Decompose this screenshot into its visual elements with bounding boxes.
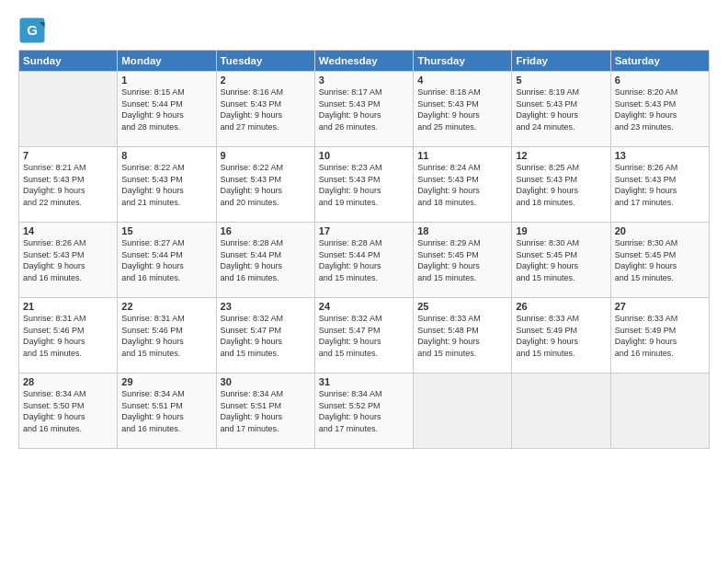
calendar-cell: 11Sunrise: 8:24 AMSunset: 5:43 PMDayligh…	[414, 147, 512, 223]
day-number: 5	[516, 75, 606, 86]
calendar-page: G SundayMondayTuesdayWednesdayThursdayFr…	[0, 0, 728, 563]
day-number: 28	[23, 376, 113, 387]
day-number: 15	[121, 225, 211, 236]
day-number: 27	[615, 301, 705, 312]
sun-info: Sunrise: 8:34 AMSunset: 5:51 PMDaylight:…	[121, 388, 211, 434]
calendar-cell: 6Sunrise: 8:20 AMSunset: 5:43 PMDaylight…	[610, 72, 709, 147]
header-cell-friday: Friday	[512, 51, 610, 72]
week-row-1: 7Sunrise: 8:21 AMSunset: 5:43 PMDaylight…	[19, 147, 710, 223]
day-number: 7	[23, 150, 113, 161]
sun-info: Sunrise: 8:15 AMSunset: 5:44 PMDaylight:…	[121, 86, 211, 132]
calendar-cell: 2Sunrise: 8:16 AMSunset: 5:43 PMDaylight…	[216, 72, 314, 147]
day-number: 23	[221, 301, 311, 312]
sun-info: Sunrise: 8:18 AMSunset: 5:43 PMDaylight:…	[417, 86, 507, 132]
sun-info: Sunrise: 8:32 AMSunset: 5:47 PMDaylight:…	[221, 313, 311, 359]
day-number: 11	[417, 150, 507, 161]
sun-info: Sunrise: 8:24 AMSunset: 5:43 PMDaylight:…	[417, 162, 507, 208]
sun-info: Sunrise: 8:16 AMSunset: 5:43 PMDaylight:…	[221, 86, 311, 132]
day-number: 14	[23, 225, 113, 236]
day-number: 21	[23, 301, 113, 312]
calendar-cell: 31Sunrise: 8:34 AMSunset: 5:52 PMDayligh…	[314, 373, 413, 449]
calendar-cell: 27Sunrise: 8:33 AMSunset: 5:49 PMDayligh…	[610, 298, 709, 373]
calendar-cell: 1Sunrise: 8:15 AMSunset: 5:44 PMDaylight…	[118, 72, 216, 147]
header-cell-wednesday: Wednesday	[314, 51, 413, 72]
calendar-cell: 30Sunrise: 8:34 AMSunset: 5:51 PMDayligh…	[216, 373, 314, 449]
sun-info: Sunrise: 8:22 AMSunset: 5:43 PMDaylight:…	[221, 162, 311, 208]
day-number: 30	[221, 376, 311, 387]
sun-info: Sunrise: 8:26 AMSunset: 5:43 PMDaylight:…	[23, 237, 113, 283]
sun-info: Sunrise: 8:30 AMSunset: 5:45 PMDaylight:…	[516, 237, 606, 283]
header-cell-saturday: Saturday	[610, 51, 709, 72]
day-number: 1	[121, 75, 211, 86]
calendar-cell: 9Sunrise: 8:22 AMSunset: 5:43 PMDaylight…	[216, 147, 314, 223]
sun-info: Sunrise: 8:31 AMSunset: 5:46 PMDaylight:…	[23, 313, 113, 359]
day-number: 2	[221, 75, 311, 86]
day-number: 9	[221, 150, 311, 161]
calendar-cell: 7Sunrise: 8:21 AMSunset: 5:43 PMDaylight…	[19, 147, 118, 223]
sun-info: Sunrise: 8:26 AMSunset: 5:43 PMDaylight:…	[615, 162, 705, 208]
header-cell-monday: Monday	[118, 51, 216, 72]
day-number: 29	[121, 376, 211, 387]
calendar-cell: 29Sunrise: 8:34 AMSunset: 5:51 PMDayligh…	[118, 373, 216, 449]
sun-info: Sunrise: 8:25 AMSunset: 5:43 PMDaylight:…	[516, 162, 606, 208]
calendar-cell: 5Sunrise: 8:19 AMSunset: 5:43 PMDaylight…	[512, 72, 610, 147]
header-cell-tuesday: Tuesday	[216, 51, 314, 72]
day-number: 4	[417, 75, 507, 86]
day-number: 10	[319, 150, 409, 161]
calendar-cell: 13Sunrise: 8:26 AMSunset: 5:43 PMDayligh…	[610, 147, 709, 223]
sun-info: Sunrise: 8:32 AMSunset: 5:47 PMDaylight:…	[319, 313, 409, 359]
day-number: 26	[516, 301, 606, 312]
calendar-cell	[610, 373, 709, 449]
calendar-cell	[414, 373, 512, 449]
sun-info: Sunrise: 8:19 AMSunset: 5:43 PMDaylight:…	[516, 86, 606, 132]
day-number: 8	[121, 150, 211, 161]
day-number: 16	[221, 225, 311, 236]
day-number: 3	[319, 75, 409, 86]
sun-info: Sunrise: 8:17 AMSunset: 5:43 PMDaylight:…	[319, 86, 409, 132]
day-number: 25	[417, 301, 507, 312]
header: G	[18, 17, 710, 44]
calendar-cell: 12Sunrise: 8:25 AMSunset: 5:43 PMDayligh…	[512, 147, 610, 223]
day-number: 20	[615, 225, 705, 236]
calendar-cell: 20Sunrise: 8:30 AMSunset: 5:45 PMDayligh…	[610, 223, 709, 298]
header-row: SundayMondayTuesdayWednesdayThursdayFrid…	[19, 51, 710, 72]
day-number: 12	[516, 150, 606, 161]
sun-info: Sunrise: 8:27 AMSunset: 5:44 PMDaylight:…	[121, 237, 211, 283]
sun-info: Sunrise: 8:33 AMSunset: 5:48 PMDaylight:…	[417, 313, 507, 359]
sun-info: Sunrise: 8:23 AMSunset: 5:43 PMDaylight:…	[319, 162, 409, 208]
svg-text:G: G	[27, 22, 38, 38]
calendar-cell: 14Sunrise: 8:26 AMSunset: 5:43 PMDayligh…	[19, 223, 118, 298]
header-cell-sunday: Sunday	[19, 51, 118, 72]
calendar-cell: 25Sunrise: 8:33 AMSunset: 5:48 PMDayligh…	[414, 298, 512, 373]
calendar-cell: 24Sunrise: 8:32 AMSunset: 5:47 PMDayligh…	[314, 298, 413, 373]
logo-icon: G	[18, 17, 46, 44]
day-number: 18	[417, 225, 507, 236]
calendar-cell: 22Sunrise: 8:31 AMSunset: 5:46 PMDayligh…	[118, 298, 216, 373]
calendar-cell: 3Sunrise: 8:17 AMSunset: 5:43 PMDaylight…	[314, 72, 413, 147]
calendar-cell: 4Sunrise: 8:18 AMSunset: 5:43 PMDaylight…	[414, 72, 512, 147]
day-number: 6	[615, 75, 705, 86]
sun-info: Sunrise: 8:20 AMSunset: 5:43 PMDaylight:…	[615, 86, 705, 132]
week-row-2: 14Sunrise: 8:26 AMSunset: 5:43 PMDayligh…	[19, 223, 710, 298]
day-number: 13	[615, 150, 705, 161]
sun-info: Sunrise: 8:31 AMSunset: 5:46 PMDaylight:…	[121, 313, 211, 359]
day-number: 31	[319, 376, 409, 387]
sun-info: Sunrise: 8:33 AMSunset: 5:49 PMDaylight:…	[516, 313, 606, 359]
sun-info: Sunrise: 8:22 AMSunset: 5:43 PMDaylight:…	[121, 162, 211, 208]
day-number: 22	[121, 301, 211, 312]
calendar-cell: 10Sunrise: 8:23 AMSunset: 5:43 PMDayligh…	[314, 147, 413, 223]
sun-info: Sunrise: 8:30 AMSunset: 5:45 PMDaylight:…	[615, 237, 705, 283]
calendar-table: SundayMondayTuesdayWednesdayThursdayFrid…	[18, 50, 710, 449]
calendar-cell: 15Sunrise: 8:27 AMSunset: 5:44 PMDayligh…	[118, 223, 216, 298]
week-row-0: 1Sunrise: 8:15 AMSunset: 5:44 PMDaylight…	[19, 72, 710, 147]
calendar-cell	[19, 72, 118, 147]
sun-info: Sunrise: 8:28 AMSunset: 5:44 PMDaylight:…	[319, 237, 409, 283]
header-cell-thursday: Thursday	[414, 51, 512, 72]
calendar-cell: 21Sunrise: 8:31 AMSunset: 5:46 PMDayligh…	[19, 298, 118, 373]
week-row-4: 28Sunrise: 8:34 AMSunset: 5:50 PMDayligh…	[19, 373, 710, 449]
sun-info: Sunrise: 8:34 AMSunset: 5:51 PMDaylight:…	[221, 388, 311, 434]
day-number: 17	[319, 225, 409, 236]
day-number: 19	[516, 225, 606, 236]
logo: G	[18, 17, 50, 44]
day-number: 24	[319, 301, 409, 312]
